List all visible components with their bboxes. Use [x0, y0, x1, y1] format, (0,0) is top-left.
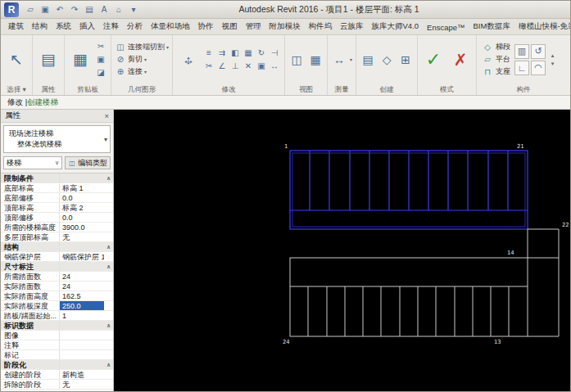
delete-icon[interactable]: ✕	[242, 60, 254, 71]
ribbon-tab[interactable]: 族库大师V4.0	[368, 19, 424, 34]
mirror-icon[interactable]: ◧	[229, 47, 241, 58]
property-row[interactable]: 顶部标高 标高 2	[1, 203, 113, 213]
property-value[interactable]: 标高 1	[60, 183, 104, 192]
property-value[interactable]: 无	[60, 232, 104, 241]
section-collapse-icon[interactable]	[104, 223, 113, 232]
property-row[interactable]: 实际踏面数 24	[1, 282, 113, 291]
section-collapse-icon[interactable]: ∧	[104, 242, 113, 251]
property-row[interactable]: 尺寸标注 ∧	[1, 262, 113, 272]
section-collapse-icon[interactable]	[104, 370, 113, 379]
text-tool-icon[interactable]: A	[97, 3, 111, 16]
drawing-canvas[interactable]: 12122142413	[114, 110, 570, 391]
create-group-icon[interactable]: ▤	[360, 52, 376, 68]
category-filter-select[interactable]: 楼梯 ∨	[3, 156, 62, 169]
cut-geometry-button[interactable]: ⊘ 剪切 ▾	[115, 54, 147, 65]
split-icon[interactable]: ✂	[203, 60, 215, 71]
property-value[interactable]: 0.0	[60, 193, 104, 202]
copy-modify-icon[interactable]: ▣	[256, 60, 267, 71]
property-value[interactable]	[60, 262, 104, 271]
section-collapse-icon[interactable]	[104, 311, 113, 320]
ribbon-tab[interactable]: 视图	[218, 19, 242, 34]
move-modify-icon[interactable]: ↔	[269, 60, 280, 71]
create-similar-icon[interactable]: ◇	[378, 52, 395, 68]
edit-type-button[interactable]: ◫ 编辑类型	[65, 156, 111, 169]
property-value[interactable]: 3900.0	[60, 223, 104, 232]
property-row[interactable]: 实际踏板深度 250.0	[1, 301, 113, 311]
u-shape-run-icon[interactable]: ◠	[531, 61, 546, 75]
property-row[interactable]: 图像	[1, 331, 113, 340]
ribbon-tab[interactable]: 系统	[52, 19, 75, 34]
property-row[interactable]: 创建的阶段 新构造	[1, 370, 113, 380]
match-type-icon[interactable]: ◪	[95, 66, 106, 78]
property-value[interactable]: 250.0	[60, 301, 104, 310]
type-selector[interactable]: 现场浇注楼梯 整体浇筑楼梯 ▾	[3, 125, 111, 153]
join-end-cut-button[interactable]: ◫ 连接端切割 ▾	[115, 42, 169, 53]
ribbon-tab[interactable]: 附加模块	[265, 19, 305, 34]
property-row[interactable]: 底部标高 标高 1	[1, 183, 113, 193]
ribbon-tab[interactable]: 云族库	[336, 19, 368, 34]
stair-plan-drawing[interactable]	[114, 110, 570, 391]
section-collapse-icon[interactable]	[104, 331, 113, 340]
property-row[interactable]: 实际踏面高度 162.5	[1, 291, 113, 301]
property-row[interactable]: 钢筋保护层 钢筋保护层 1 ...	[1, 252, 113, 262]
section-collapse-icon[interactable]	[104, 213, 113, 222]
panel-caption-select[interactable]: 选择 ▾	[1, 83, 32, 95]
modify-tool-button[interactable]: ↖	[4, 41, 29, 79]
cancel-edit-mode-button[interactable]: ✗	[448, 41, 473, 79]
property-row[interactable]: 限制条件 ∧	[1, 173, 113, 183]
ribbon-tab[interactable]: 分析	[123, 19, 147, 34]
section-collapse-icon[interactable]	[104, 193, 113, 202]
stair-run-button[interactable]: ◇ 梯段	[480, 42, 512, 53]
section-collapse-icon[interactable]	[104, 340, 113, 349]
close-icon[interactable]: ×	[104, 111, 109, 120]
rotate-icon[interactable]: ↻	[256, 47, 267, 58]
gallery-up-icon[interactable]: ▴	[548, 52, 557, 59]
qat-customize-icon[interactable]: ▾	[127, 3, 140, 16]
property-row[interactable]: 所需的楼梯高度 3900.0	[1, 223, 113, 232]
ribbon-tab[interactable]: 橄榄山快模-免装版	[514, 19, 570, 34]
scale-icon[interactable]: ∠	[216, 60, 228, 71]
section-collapse-icon[interactable]: ∧	[104, 173, 113, 182]
ribbon-tab[interactable]: 构件坞	[305, 19, 337, 34]
property-value[interactable]: 无	[60, 380, 104, 389]
spiral-run-icon[interactable]: ↺	[531, 44, 546, 59]
property-value[interactable]: 0.0	[60, 213, 104, 222]
create-assembly-icon[interactable]: ⊞	[397, 52, 414, 68]
property-row[interactable]: 标记	[1, 350, 113, 360]
stair-landing-button[interactable]: ▱ 平台	[480, 54, 512, 65]
revit-app-button[interactable]: R	[4, 2, 19, 17]
view-grid-icon[interactable]: ▦	[307, 52, 324, 68]
property-value[interactable]: 24	[60, 282, 104, 291]
property-value[interactable]: 新构造	[60, 370, 104, 379]
property-row[interactable]: 注释	[1, 340, 113, 350]
property-row[interactable]: 拆除的阶段 无	[1, 380, 113, 390]
measure-icon[interactable]: ↔	[331, 52, 347, 68]
view-window-icon[interactable]: ◫	[288, 52, 305, 68]
property-value[interactable]	[60, 340, 104, 349]
section-collapse-icon[interactable]	[104, 282, 113, 291]
property-value[interactable]	[60, 173, 104, 182]
array-icon[interactable]: ▦	[242, 47, 254, 58]
open-icon[interactable]: ▱	[24, 3, 37, 16]
property-value[interactable]	[60, 350, 104, 359]
property-value[interactable]	[60, 360, 104, 369]
paste-button[interactable]: ▦	[68, 41, 93, 79]
property-row[interactable]: 阶段化 ∧	[1, 360, 113, 370]
move-tool-button[interactable]: ↔↕	[176, 41, 201, 79]
redo-icon[interactable]: ↷	[68, 3, 81, 16]
default-3d-view-icon[interactable]: ⌂	[112, 3, 125, 16]
section-collapse-icon[interactable]	[104, 203, 113, 212]
copy-icon[interactable]: ▣	[95, 53, 106, 65]
section-collapse-icon[interactable]: ∧	[104, 321, 113, 330]
property-value[interactable]	[60, 321, 104, 330]
ribbon-tab[interactable]: 注释	[99, 19, 123, 34]
property-row[interactable]: 标识数据 ∧	[1, 321, 113, 331]
straight-run-icon[interactable]: ▥	[514, 44, 529, 59]
property-row[interactable]: 踏板/踢面起始... 1	[1, 311, 113, 321]
property-value[interactable]: 1	[60, 311, 104, 320]
properties-button[interactable]: ▤	[36, 41, 61, 79]
section-collapse-icon[interactable]	[104, 252, 113, 261]
print-icon[interactable]: ▤	[83, 3, 96, 16]
property-row[interactable]: 顶部偏移 0.0	[1, 213, 113, 223]
section-collapse-icon[interactable]	[104, 350, 113, 359]
